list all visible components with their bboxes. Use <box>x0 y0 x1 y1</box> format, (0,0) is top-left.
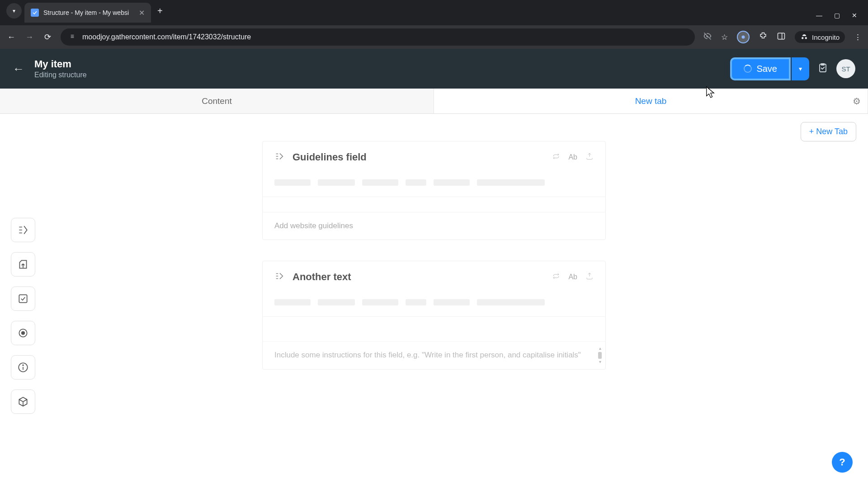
browser-tab[interactable]: Structure - My item - My websi ✕ <box>24 3 151 23</box>
editor-toolbar-placeholder <box>263 173 605 197</box>
nav-forward-icon[interactable]: → <box>24 33 34 42</box>
text-field-icon <box>274 271 284 283</box>
close-tab-icon[interactable]: ✕ <box>139 9 145 17</box>
svg-point-0 <box>742 36 745 39</box>
field-card[interactable]: Guidelines field Ab Add website guidelin… <box>262 141 606 240</box>
text-field-icon <box>274 151 284 163</box>
tabs-settings-gear-icon[interactable]: ⚙ <box>853 96 861 107</box>
avatar-initials: ST <box>841 65 850 73</box>
editor-toolbar-placeholder <box>263 293 605 317</box>
new-browser-tab-button[interactable]: + <box>151 6 169 20</box>
user-avatar[interactable]: ST <box>836 59 855 78</box>
tab-content[interactable]: Content <box>0 89 434 113</box>
tab-new[interactable]: New tab <box>434 89 868 113</box>
field-format-label[interactable]: Ab <box>568 273 577 281</box>
editor-body-placeholder[interactable] <box>263 317 605 341</box>
page-title: My item <box>34 58 87 70</box>
add-tab-label: + New Tab <box>809 127 848 136</box>
tab-search-dropdown[interactable]: ▾ <box>6 3 22 19</box>
url-bar[interactable]: moodjoy.gathercontent.com/item/17423032/… <box>61 28 695 46</box>
profile-avatar-icon[interactable] <box>737 31 750 43</box>
field-tools-sidebar <box>11 218 35 414</box>
nav-reload-icon[interactable]: ⟳ <box>42 32 52 42</box>
eye-off-icon[interactable] <box>703 32 712 43</box>
svg-rect-1 <box>778 33 785 39</box>
window-close-icon[interactable]: ✕ <box>852 12 857 19</box>
page-subtitle: Editing structure <box>34 71 87 79</box>
field-instructions-placeholder: Include some instructions for this field… <box>274 351 581 359</box>
field-card[interactable]: Another text Ab Include some instruction… <box>262 261 606 370</box>
field-repeat-icon[interactable] <box>552 152 560 162</box>
tab-content-label: Content <box>202 96 232 106</box>
window-minimize-icon[interactable]: ― <box>816 12 822 19</box>
field-instructions-placeholder: Add website guidelines <box>274 221 353 230</box>
svg-rect-4 <box>19 295 27 302</box>
nav-back-icon[interactable]: ← <box>6 33 16 42</box>
field-export-icon[interactable] <box>585 152 594 162</box>
tool-text-icon[interactable] <box>11 218 35 242</box>
add-tab-button[interactable]: + New Tab <box>801 122 856 141</box>
tool-info-icon[interactable] <box>11 355 35 380</box>
svg-point-6 <box>22 332 25 335</box>
field-label: Guidelines field <box>292 151 544 163</box>
svg-point-9 <box>23 365 24 366</box>
back-arrow-icon[interactable]: ← <box>13 62 24 76</box>
field-export-icon[interactable] <box>585 272 594 282</box>
clipboard-check-icon[interactable] <box>817 62 828 75</box>
site-settings-icon[interactable] <box>69 33 76 42</box>
textarea-scrollbar[interactable]: ▴▾ <box>597 345 603 366</box>
bookmark-star-icon[interactable]: ☆ <box>721 33 728 42</box>
tab-new-label: New tab <box>635 96 667 106</box>
tool-component-icon[interactable] <box>11 389 35 414</box>
spinner-icon <box>744 65 752 73</box>
tool-radio-icon[interactable] <box>11 321 35 345</box>
field-repeat-icon[interactable] <box>552 272 560 282</box>
field-instructions-input[interactable]: Include some instructions for this field… <box>263 341 605 369</box>
tab-title: Structure - My item - My websi <box>43 9 134 16</box>
window-maximize-icon[interactable]: ▢ <box>834 12 840 19</box>
incognito-label: Incognito <box>812 33 840 41</box>
field-label: Another text <box>292 271 544 283</box>
side-panel-icon[interactable] <box>777 32 786 43</box>
field-instructions-input[interactable]: Add website guidelines <box>263 212 605 239</box>
help-fab-button[interactable]: ? <box>832 452 853 473</box>
tool-checkbox-icon[interactable] <box>11 286 35 311</box>
site-favicon <box>31 9 39 17</box>
help-icon: ? <box>839 456 845 468</box>
field-format-label[interactable]: Ab <box>568 153 577 161</box>
save-dropdown-button[interactable]: ▾ <box>792 57 809 80</box>
incognito-badge[interactable]: Incognito <box>795 31 845 43</box>
editor-body-placeholder[interactable] <box>263 197 605 212</box>
url-text: moodjoy.gathercontent.com/item/17423032/… <box>82 33 251 41</box>
browser-menu-icon[interactable]: ⋮ <box>854 33 862 42</box>
extensions-icon[interactable] <box>759 32 768 43</box>
tool-attachment-icon[interactable] <box>11 252 35 277</box>
save-button[interactable]: Save <box>730 57 791 80</box>
save-label: Save <box>756 64 777 74</box>
